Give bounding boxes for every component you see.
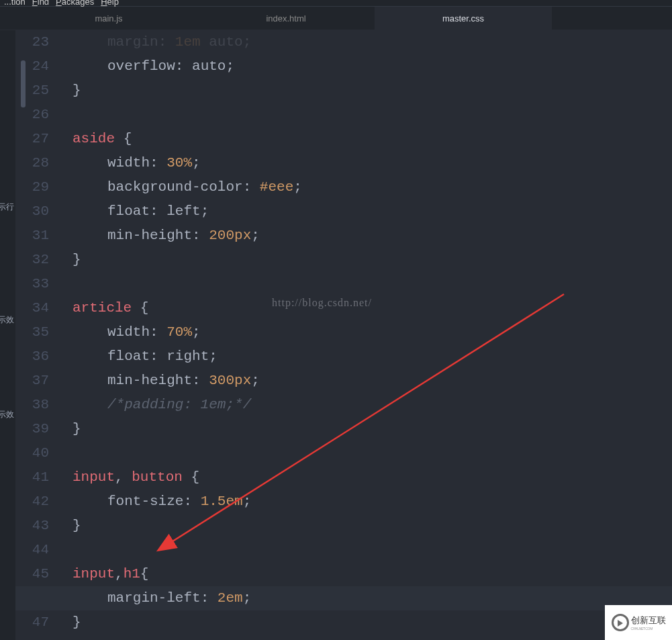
line-number: 37 [15, 369, 49, 393]
menu-item-packages[interactable]: Packages [56, 0, 94, 7]
code-line[interactable]: article { [73, 296, 672, 320]
watermark-text: http://blog.csdn.net/ [272, 297, 372, 309]
code-line[interactable]: input,h1{ [73, 562, 672, 586]
line-number: 35 [15, 320, 49, 345]
sidebar: 示行 示效 示效 [0, 30, 15, 640]
gutter: 2324252627282930313233343536373839404142… [15, 30, 62, 640]
code-editor[interactable]: 2324252627282930313233343536373839404142… [15, 30, 672, 640]
sidebar-item[interactable]: 示行 [0, 201, 14, 213]
code-line[interactable]: } [73, 417, 672, 441]
code-line[interactable]: /*padding: 1em;*/ [73, 393, 672, 417]
line-number: 41 [15, 465, 49, 490]
code-line[interactable]: min-height: 300px; [73, 369, 672, 393]
code-line[interactable]: } [73, 79, 672, 103]
code-line[interactable]: input, button { [73, 465, 672, 490]
line-number: 39 [15, 417, 49, 441]
line-number: 28 [15, 151, 49, 175]
menu-item-help[interactable]: Help [101, 0, 119, 7]
line-number: 34 [15, 296, 49, 320]
line-number: 43 [15, 514, 49, 538]
line-number: 23 [15, 30, 49, 54]
line-number: 47 [15, 610, 49, 635]
code-line[interactable]: width: 30%; [73, 151, 672, 175]
code-area[interactable]: margin: 1em auto;overflow: auto;}aside {… [73, 30, 672, 640]
line-number: 26 [15, 103, 49, 127]
line-number: 25 [15, 79, 49, 103]
code-line[interactable] [73, 635, 672, 640]
tab-strip: main.js index.html master.css [0, 6, 672, 30]
line-number: 36 [15, 345, 49, 369]
code-line[interactable]: } [73, 514, 672, 538]
menu-item[interactable]: ...tion [4, 0, 26, 7]
code-line[interactable] [73, 103, 672, 127]
code-line[interactable] [73, 272, 672, 296]
logo-title: 创新互联 [631, 614, 666, 627]
menu-item-find[interactable]: Find [32, 0, 49, 7]
logo-subtitle: CXHLNET.COM [631, 627, 666, 631]
code-line[interactable]: aside { [73, 127, 672, 151]
code-line[interactable]: margin: 1em auto; [73, 30, 672, 54]
line-number: 24 [15, 54, 49, 79]
brand-logo: 创新互联 CXHLNET.COM [605, 605, 672, 640]
code-line[interactable]: margin-left: 2em; [15, 586, 672, 610]
line-number: 42 [15, 490, 49, 514]
tab-main-js[interactable]: main.js [20, 7, 197, 30]
tab-master-css[interactable]: master.css [375, 7, 552, 30]
code-line[interactable]: float: right; [73, 345, 672, 369]
code-line[interactable]: } [73, 248, 672, 272]
line-number: 38 [15, 393, 49, 417]
code-line[interactable]: float: left; [73, 199, 672, 224]
code-line[interactable] [73, 441, 672, 465]
code-line[interactable] [73, 538, 672, 562]
line-number: 27 [15, 127, 49, 151]
line-number: 31 [15, 224, 49, 248]
logo-mark-icon [612, 614, 629, 631]
line-number: 48 [15, 635, 49, 640]
code-line[interactable]: width: 70%; [73, 320, 672, 345]
line-number: 40 [15, 441, 49, 465]
code-line[interactable]: } [73, 610, 672, 635]
sidebar-item[interactable]: 示效 [0, 409, 14, 420]
code-line[interactable]: font-size: 1.5em; [73, 490, 672, 514]
line-number: 44 [15, 538, 49, 562]
line-number: 29 [15, 175, 49, 199]
line-number: 33 [15, 272, 49, 296]
line-number: 32 [15, 248, 49, 272]
line-number: 45 [15, 562, 49, 586]
code-line[interactable]: background-color: #eee; [73, 175, 672, 199]
tab-index-html[interactable]: index.html [197, 7, 375, 30]
line-number: 30 [15, 199, 49, 224]
code-line[interactable]: min-height: 200px; [73, 224, 672, 248]
sidebar-item[interactable]: 示效 [0, 314, 14, 326]
code-line[interactable]: overflow: auto; [73, 54, 672, 79]
